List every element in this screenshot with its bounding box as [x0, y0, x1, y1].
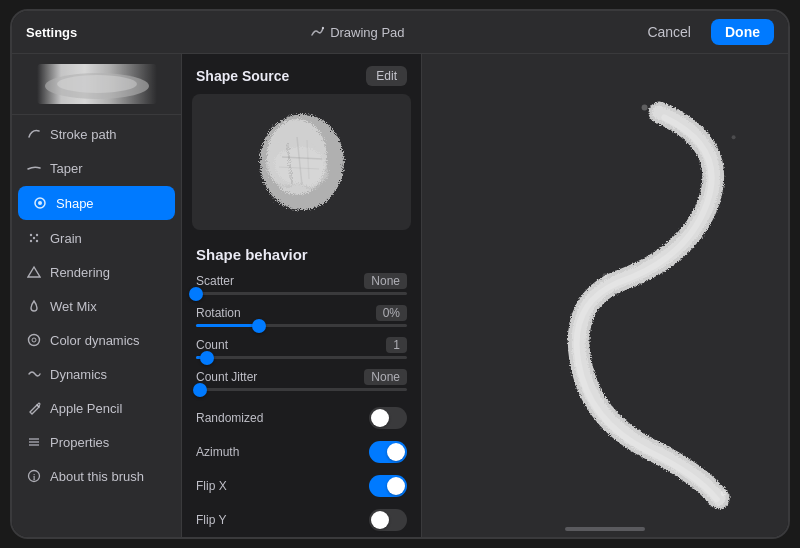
- svg-point-5: [36, 234, 38, 236]
- sidebar-item-label-grain: Grain: [50, 231, 82, 246]
- svg-point-7: [36, 240, 38, 242]
- sidebar-item-color-dynamics[interactable]: Color dynamics: [12, 323, 181, 357]
- flip-x-toggle-row: Flip X: [196, 469, 407, 503]
- count-jitter-label: Count Jitter: [196, 370, 257, 384]
- count-value: 1: [386, 337, 407, 353]
- rotation-fill: [196, 324, 259, 327]
- main-content: Stroke path Taper Shape Grain: [12, 54, 788, 537]
- top-bar: Settings Drawing Pad Cancel Done: [12, 11, 788, 54]
- sidebar-item-grain[interactable]: Grain: [12, 221, 181, 255]
- brush-preview-image: [37, 64, 157, 104]
- device-frame: Settings Drawing Pad Cancel Done: [10, 9, 790, 539]
- sidebar-divider: [12, 114, 181, 115]
- sidebar-item-label-about: About this brush: [50, 469, 144, 484]
- svg-point-23: [642, 105, 648, 111]
- randomized-toggle-row: Randomized: [196, 401, 407, 435]
- flip-y-toggle-knob: [371, 511, 389, 529]
- rotation-control: Rotation 0%: [196, 305, 407, 327]
- shape-icon: [32, 195, 48, 211]
- brush-preview: [12, 54, 181, 112]
- scroll-bar: [565, 527, 645, 531]
- randomized-label: Randomized: [196, 411, 263, 425]
- count-fill: [196, 356, 207, 359]
- sidebar-item-properties[interactable]: Properties: [12, 425, 181, 459]
- shape-behavior-title: Shape behavior: [196, 246, 407, 263]
- svg-point-26: [573, 363, 577, 367]
- shape-source-preview: [192, 94, 411, 230]
- flip-y-toggle[interactable]: [369, 509, 407, 531]
- svg-point-9: [29, 335, 40, 346]
- sidebar-item-label-dynamics: Dynamics: [50, 367, 107, 382]
- top-bar-left: Settings: [26, 25, 77, 40]
- count-slider[interactable]: [196, 356, 407, 359]
- properties-icon: [26, 434, 42, 450]
- rotation-slider[interactable]: [196, 324, 407, 327]
- azimuth-toggle-row: Azimuth: [196, 435, 407, 469]
- scatter-thumb: [189, 287, 203, 301]
- shape-behavior-section: Shape behavior Scatter None: [182, 240, 421, 537]
- sidebar-item-label-wet-mix: Wet Mix: [50, 299, 97, 314]
- sidebar-item-label-rendering: Rendering: [50, 265, 110, 280]
- sidebar-item-rendering[interactable]: Rendering: [12, 255, 181, 289]
- brush-strokes-svg: [422, 54, 788, 537]
- middle-panel: Shape Source Edit: [182, 54, 422, 537]
- dynamics-icon: [26, 366, 42, 382]
- randomized-toggle[interactable]: [369, 407, 407, 429]
- rotation-value: 0%: [376, 305, 407, 321]
- svg-point-25: [603, 273, 608, 278]
- done-button[interactable]: Done: [711, 19, 774, 45]
- color-dynamics-icon: [26, 332, 42, 348]
- sidebar-item-label-properties: Properties: [50, 435, 109, 450]
- top-bar-center: Drawing Pad: [310, 25, 404, 40]
- wet-mix-icon: [26, 298, 42, 314]
- sidebar-item-label-stroke-path: Stroke path: [50, 127, 117, 142]
- svg-point-4: [33, 237, 35, 239]
- apple-pencil-icon: [26, 400, 42, 416]
- drawing-pad-icon: [310, 25, 324, 39]
- scatter-control: Scatter None: [196, 273, 407, 295]
- svg-text:i: i: [33, 473, 36, 482]
- grain-icon: [26, 230, 42, 246]
- count-control: Count 1: [196, 337, 407, 359]
- scatter-value: None: [364, 273, 407, 289]
- sidebar-item-about[interactable]: i About this brush: [12, 459, 181, 493]
- top-bar-right: Cancel Done: [637, 19, 774, 45]
- svg-point-6: [30, 240, 32, 242]
- shape-source-title: Shape Source: [196, 68, 289, 84]
- scatter-slider[interactable]: [196, 292, 407, 295]
- shape-source-header: Shape Source Edit: [182, 54, 421, 94]
- sidebar-item-shape[interactable]: Shape: [18, 186, 175, 220]
- svg-point-24: [732, 135, 736, 139]
- drawing-area[interactable]: [422, 54, 788, 537]
- edit-button[interactable]: Edit: [366, 66, 407, 86]
- sidebar-item-wet-mix[interactable]: Wet Mix: [12, 289, 181, 323]
- rotation-thumb: [252, 319, 266, 333]
- sidebar-item-apple-pencil[interactable]: Apple Pencil: [12, 391, 181, 425]
- azimuth-label: Azimuth: [196, 445, 239, 459]
- flip-x-toggle-knob: [387, 477, 405, 495]
- azimuth-toggle-knob: [387, 443, 405, 461]
- count-jitter-thumb: [193, 383, 207, 397]
- svg-point-27: [721, 490, 727, 496]
- sidebar-item-dynamics[interactable]: Dynamics: [12, 357, 181, 391]
- count-thumb: [200, 351, 214, 365]
- taper-icon: [26, 160, 42, 176]
- rendering-icon: [26, 264, 42, 280]
- sidebar-item-label-color-dynamics: Color dynamics: [50, 333, 140, 348]
- svg-point-2: [38, 201, 42, 205]
- sidebar-item-taper[interactable]: Taper: [12, 151, 181, 185]
- sidebar: Stroke path Taper Shape Grain: [12, 54, 182, 537]
- svg-point-3: [30, 234, 32, 236]
- flip-x-label: Flip X: [196, 479, 227, 493]
- scatter-label: Scatter: [196, 274, 234, 288]
- stroke-path-icon: [26, 126, 42, 142]
- sidebar-item-stroke-path[interactable]: Stroke path: [12, 117, 181, 151]
- count-label: Count: [196, 338, 228, 352]
- count-jitter-slider[interactable]: [196, 388, 407, 391]
- randomized-toggle-knob: [371, 409, 389, 427]
- drawing-pad-label: Drawing Pad: [330, 25, 404, 40]
- azimuth-toggle[interactable]: [369, 441, 407, 463]
- cancel-button[interactable]: Cancel: [637, 20, 701, 44]
- flip-x-toggle[interactable]: [369, 475, 407, 497]
- flip-y-toggle-row: Flip Y: [196, 503, 407, 537]
